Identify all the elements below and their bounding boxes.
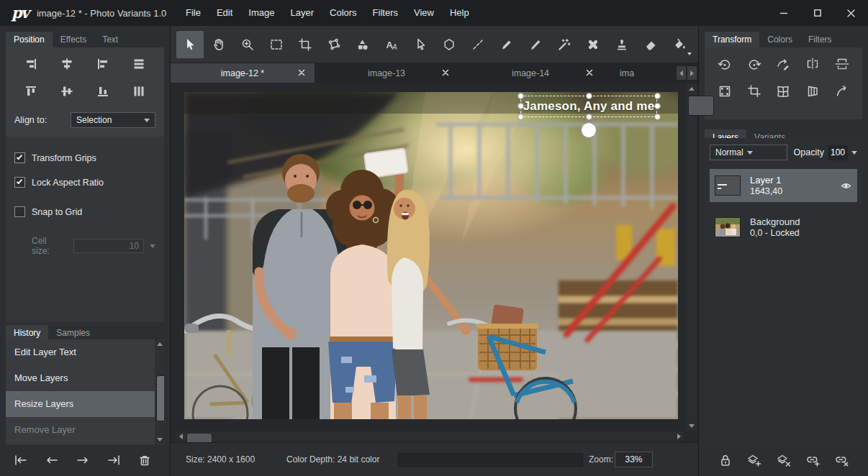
menu-filters[interactable]: Filters bbox=[365, 0, 406, 26]
canvas-vertical-scrollbar[interactable] bbox=[687, 84, 697, 431]
flip-vertical-button[interactable] bbox=[831, 55, 854, 73]
magic-wand-tool[interactable] bbox=[551, 31, 578, 58]
text-tool[interactable]: A A bbox=[378, 31, 405, 58]
fill-tool[interactable] bbox=[666, 31, 693, 58]
link-layer-button[interactable] bbox=[802, 449, 823, 472]
align-left-button[interactable] bbox=[91, 55, 115, 73]
lock-aspect-ratio-checkbox[interactable] bbox=[14, 177, 25, 188]
zoom-value[interactable]: 33% bbox=[615, 452, 653, 467]
tab-history[interactable]: History bbox=[6, 325, 48, 339]
arc-rotate-button[interactable] bbox=[831, 82, 854, 101]
history-last-button[interactable] bbox=[99, 448, 128, 472]
rotate-handle[interactable] bbox=[581, 122, 597, 138]
selection-handle-n[interactable] bbox=[586, 93, 592, 99]
scroll-right-arrow[interactable] bbox=[674, 431, 684, 441]
opacity-value[interactable]: 100 bbox=[828, 145, 848, 160]
blend-mode-select[interactable]: Normal bbox=[710, 145, 787, 160]
tab-samples[interactable]: Samples bbox=[48, 325, 98, 339]
tab-scroll-left-button[interactable] bbox=[677, 66, 686, 80]
layer-row-background[interactable]: Background 0,0 - Locked bbox=[710, 211, 857, 244]
clone-stamp-tool[interactable] bbox=[608, 31, 636, 58]
snap-to-grid-option[interactable]: Snap to Grid bbox=[14, 206, 155, 217]
menu-edit[interactable]: Edit bbox=[209, 0, 240, 26]
history-forward-button[interactable] bbox=[68, 448, 97, 472]
tab-colors[interactable]: Colors bbox=[759, 32, 800, 47]
history-item-disabled[interactable]: Remove Layer bbox=[6, 417, 164, 443]
shapes-tool[interactable] bbox=[349, 31, 376, 58]
unlink-layer-button[interactable] bbox=[831, 449, 852, 472]
close-button[interactable] bbox=[834, 0, 868, 26]
mesh-warp-button[interactable] bbox=[772, 82, 795, 101]
transform-grips-option[interactable]: Transform Grips bbox=[14, 152, 155, 163]
maximize-button[interactable] bbox=[800, 0, 834, 26]
scrollbar-thumb[interactable] bbox=[688, 96, 714, 116]
history-back-button[interactable] bbox=[37, 448, 66, 472]
scroll-left-arrow[interactable] bbox=[176, 431, 186, 441]
add-layer-button[interactable] bbox=[743, 449, 765, 472]
pencil-tool[interactable] bbox=[493, 31, 520, 58]
history-item[interactable]: Move Layers bbox=[6, 365, 164, 391]
crop-layer-button[interactable] bbox=[743, 82, 766, 101]
pan-tool[interactable] bbox=[205, 31, 232, 58]
brush-tool[interactable] bbox=[522, 31, 549, 58]
eraser-tool[interactable] bbox=[637, 31, 664, 58]
rotate-cw-button[interactable] bbox=[743, 55, 766, 73]
layer-row-layer-1[interactable]: Layer 1 1643,40 bbox=[710, 169, 857, 202]
close-icon[interactable] bbox=[586, 69, 593, 76]
selection-handle-se[interactable] bbox=[654, 114, 661, 120]
close-icon[interactable] bbox=[298, 69, 305, 76]
zoom-tool[interactable] bbox=[234, 31, 261, 58]
heal-tool[interactable] bbox=[579, 31, 607, 58]
history-first-button[interactable] bbox=[6, 448, 35, 472]
close-icon[interactable] bbox=[442, 69, 449, 76]
transform-grips-checkbox[interactable] bbox=[14, 152, 25, 163]
menu-layer[interactable]: Layer bbox=[283, 0, 322, 26]
scroll-up-arrow[interactable] bbox=[687, 84, 697, 93]
tab-position[interactable]: Position bbox=[6, 32, 53, 47]
doc-tab-image-12[interactable]: image-12 * bbox=[171, 63, 315, 83]
select-tool[interactable] bbox=[176, 31, 204, 58]
history-item-selected[interactable]: Resize Layers bbox=[6, 391, 164, 417]
rectangle-select-tool[interactable] bbox=[263, 31, 290, 58]
history-delete-button[interactable] bbox=[130, 448, 159, 472]
tab-filters[interactable]: Filters bbox=[800, 32, 840, 47]
doc-tab-truncated[interactable]: ima bbox=[602, 63, 667, 83]
history-scrollbar[interactable] bbox=[155, 339, 164, 444]
tab-layers[interactable]: Layers bbox=[705, 129, 746, 138]
align-bottom-button[interactable] bbox=[91, 82, 115, 101]
canvas-size-button[interactable] bbox=[713, 82, 736, 101]
align-middle-vertical-button[interactable] bbox=[55, 82, 79, 101]
tab-text[interactable]: Text bbox=[94, 32, 126, 47]
line-tool[interactable] bbox=[464, 31, 492, 58]
remove-layer-button[interactable] bbox=[773, 449, 795, 472]
photo-canvas[interactable]: Jameson, Any and me bbox=[184, 92, 678, 419]
history-item[interactable]: Edit Layer Text bbox=[6, 339, 164, 365]
tab-scroll-right-button[interactable] bbox=[687, 66, 697, 80]
doc-tab-image-14[interactable]: image-14 bbox=[458, 63, 602, 83]
selection-handle-nw[interactable] bbox=[517, 93, 524, 99]
lock-layer-button[interactable] bbox=[715, 449, 736, 472]
free-rotate-button[interactable] bbox=[772, 55, 795, 73]
rotate-ccw-button[interactable] bbox=[713, 55, 736, 73]
selection-handle-w[interactable] bbox=[517, 103, 524, 109]
scrollbar-thumb[interactable] bbox=[156, 375, 164, 421]
tab-variants[interactable]: Variants bbox=[746, 129, 793, 138]
doc-tab-image-13[interactable]: image-13 bbox=[315, 63, 458, 83]
menu-view[interactable]: View bbox=[406, 0, 442, 26]
menu-help[interactable]: Help bbox=[442, 0, 477, 26]
scroll-down-arrow[interactable] bbox=[155, 435, 164, 444]
visibility-eye-icon[interactable] bbox=[840, 180, 852, 191]
distribute-vertical-button[interactable] bbox=[127, 82, 151, 101]
align-to-select[interactable]: Selection bbox=[71, 112, 155, 128]
selection-handle-sw[interactable] bbox=[517, 114, 524, 120]
tab-effects[interactable]: Effects bbox=[53, 32, 94, 47]
menu-file[interactable]: File bbox=[178, 0, 209, 26]
cell-size-input[interactable]: 10 bbox=[73, 239, 144, 253]
menu-image[interactable]: Image bbox=[240, 0, 282, 26]
scroll-up-arrow[interactable] bbox=[155, 339, 164, 349]
lock-aspect-ratio-option[interactable]: Lock Aspect Ratio bbox=[14, 177, 155, 188]
align-center-horizontal-button[interactable] bbox=[55, 55, 79, 73]
align-right-button[interactable] bbox=[19, 55, 43, 73]
direct-select-tool[interactable] bbox=[407, 31, 434, 58]
snap-to-grid-checkbox[interactable] bbox=[14, 206, 25, 217]
